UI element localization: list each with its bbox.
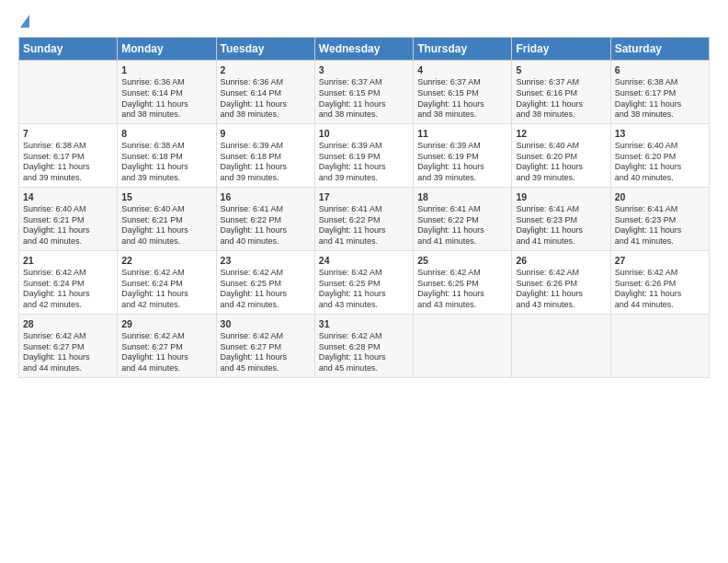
cell-info: Sunrise: 6:38 AM Sunset: 6:18 PM Dayligh… [121,141,211,184]
cell-info: Sunrise: 6:42 AM Sunset: 6:24 PM Dayligh… [23,268,113,311]
day-number: 18 [417,190,507,203]
day-number: 1 [121,63,211,76]
header-cell-monday: Monday [118,38,216,61]
cell-info: Sunrise: 6:42 AM Sunset: 6:24 PM Dayligh… [121,268,211,311]
header [18,15,710,29]
logo [18,15,29,29]
week-row-1: 7Sunrise: 6:38 AM Sunset: 6:17 PM Daylig… [19,123,710,187]
day-number: 5 [516,63,606,76]
calendar-cell: 3Sunrise: 6:37 AM Sunset: 6:15 PM Daylig… [314,61,413,124]
header-cell-saturday: Saturday [610,38,709,61]
cell-info: Sunrise: 6:39 AM Sunset: 6:18 PM Dayligh… [221,141,311,184]
calendar-cell: 22Sunrise: 6:42 AM Sunset: 6:24 PM Dayli… [118,250,216,314]
cell-info: Sunrise: 6:42 AM Sunset: 6:25 PM Dayligh… [319,268,409,311]
cell-info: Sunrise: 6:42 AM Sunset: 6:27 PM Dayligh… [23,331,113,374]
calendar-cell: 4Sunrise: 6:37 AM Sunset: 6:15 PM Daylig… [414,61,512,124]
cell-info: Sunrise: 6:42 AM Sunset: 6:27 PM Dayligh… [221,331,311,374]
cell-info: Sunrise: 6:42 AM Sunset: 6:25 PM Dayligh… [221,268,311,311]
calendar-cell: 6Sunrise: 6:38 AM Sunset: 6:17 PM Daylig… [610,61,709,124]
day-number: 25 [417,254,507,267]
calendar-cell: 1Sunrise: 6:36 AM Sunset: 6:14 PM Daylig… [118,61,216,124]
week-row-2: 14Sunrise: 6:40 AM Sunset: 6:21 PM Dayli… [19,187,710,250]
calendar-cell: 23Sunrise: 6:42 AM Sunset: 6:25 PM Dayli… [216,250,314,314]
day-number: 15 [121,190,211,203]
day-number: 10 [319,127,409,140]
calendar-cell: 27Sunrise: 6:42 AM Sunset: 6:26 PM Dayli… [610,250,709,314]
day-number: 11 [417,127,507,140]
cell-info: Sunrise: 6:41 AM Sunset: 6:22 PM Dayligh… [417,204,507,247]
day-number: 22 [121,254,211,267]
header-cell-thursday: Thursday [414,38,512,61]
day-number: 31 [319,317,409,330]
calendar-cell: 7Sunrise: 6:38 AM Sunset: 6:17 PM Daylig… [19,123,118,187]
day-number: 23 [221,254,311,267]
day-number: 20 [615,190,705,203]
cell-info: Sunrise: 6:36 AM Sunset: 6:14 PM Dayligh… [121,77,211,121]
cell-info: Sunrise: 6:36 AM Sunset: 6:14 PM Dayligh… [221,77,311,121]
cell-info: Sunrise: 6:40 AM Sunset: 6:21 PM Dayligh… [121,204,211,247]
calendar-cell: 26Sunrise: 6:42 AM Sunset: 6:26 PM Dayli… [512,250,610,314]
header-cell-sunday: Sunday [19,38,118,61]
calendar-cell: 13Sunrise: 6:40 AM Sunset: 6:20 PM Dayli… [610,123,709,187]
day-number: 21 [23,254,113,267]
day-number: 16 [221,190,311,203]
day-number: 30 [221,317,311,330]
day-number: 28 [23,317,113,330]
cell-info: Sunrise: 6:37 AM Sunset: 6:15 PM Dayligh… [319,77,409,121]
calendar-cell: 2Sunrise: 6:36 AM Sunset: 6:14 PM Daylig… [216,61,314,124]
cell-info: Sunrise: 6:40 AM Sunset: 6:20 PM Dayligh… [615,141,705,184]
week-row-4: 28Sunrise: 6:42 AM Sunset: 6:27 PM Dayli… [19,314,710,377]
header-row: SundayMondayTuesdayWednesdayThursdayFrid… [19,38,710,61]
day-number: 7 [23,127,113,140]
day-number: 2 [221,63,311,76]
cell-info: Sunrise: 6:42 AM Sunset: 6:26 PM Dayligh… [615,268,705,311]
week-row-3: 21Sunrise: 6:42 AM Sunset: 6:24 PM Dayli… [19,250,710,314]
cell-info: Sunrise: 6:42 AM Sunset: 6:25 PM Dayligh… [417,268,507,311]
cell-info: Sunrise: 6:38 AM Sunset: 6:17 PM Dayligh… [23,141,113,184]
week-row-0: 1Sunrise: 6:36 AM Sunset: 6:14 PM Daylig… [19,61,710,124]
day-number: 19 [516,190,606,203]
logo-arrow-icon [20,15,29,28]
calendar-cell [610,314,709,377]
cell-info: Sunrise: 6:37 AM Sunset: 6:15 PM Dayligh… [417,77,507,121]
cell-info: Sunrise: 6:37 AM Sunset: 6:16 PM Dayligh… [516,77,606,121]
calendar-cell: 9Sunrise: 6:39 AM Sunset: 6:18 PM Daylig… [216,123,314,187]
calendar-cell: 30Sunrise: 6:42 AM Sunset: 6:27 PM Dayli… [216,314,314,377]
calendar-cell: 21Sunrise: 6:42 AM Sunset: 6:24 PM Dayli… [19,250,118,314]
calendar-cell: 31Sunrise: 6:42 AM Sunset: 6:28 PM Dayli… [314,314,413,377]
day-number: 9 [221,127,311,140]
day-number: 27 [615,254,705,267]
calendar-cell [512,314,610,377]
cell-info: Sunrise: 6:40 AM Sunset: 6:21 PM Dayligh… [23,204,113,247]
cell-info: Sunrise: 6:41 AM Sunset: 6:23 PM Dayligh… [516,204,606,247]
calendar-cell: 8Sunrise: 6:38 AM Sunset: 6:18 PM Daylig… [118,123,216,187]
cell-info: Sunrise: 6:42 AM Sunset: 6:27 PM Dayligh… [121,331,211,374]
logo-text [18,15,29,29]
calendar-cell: 29Sunrise: 6:42 AM Sunset: 6:27 PM Dayli… [118,314,216,377]
calendar-cell: 16Sunrise: 6:41 AM Sunset: 6:22 PM Dayli… [216,187,314,250]
cell-info: Sunrise: 6:42 AM Sunset: 6:26 PM Dayligh… [516,268,606,311]
cell-info: Sunrise: 6:41 AM Sunset: 6:23 PM Dayligh… [615,204,705,247]
calendar-cell: 15Sunrise: 6:40 AM Sunset: 6:21 PM Dayli… [118,187,216,250]
calendar-cell: 28Sunrise: 6:42 AM Sunset: 6:27 PM Dayli… [19,314,118,377]
cell-info: Sunrise: 6:40 AM Sunset: 6:20 PM Dayligh… [516,141,606,184]
day-number: 8 [121,127,211,140]
calendar-cell: 24Sunrise: 6:42 AM Sunset: 6:25 PM Dayli… [314,250,413,314]
day-number: 26 [516,254,606,267]
calendar-cell: 17Sunrise: 6:41 AM Sunset: 6:22 PM Dayli… [314,187,413,250]
page: SundayMondayTuesdayWednesdayThursdayFrid… [0,0,728,563]
calendar-cell: 20Sunrise: 6:41 AM Sunset: 6:23 PM Dayli… [610,187,709,250]
day-number: 17 [319,190,409,203]
day-number: 29 [121,317,211,330]
day-number: 4 [417,63,507,76]
calendar-cell: 25Sunrise: 6:42 AM Sunset: 6:25 PM Dayli… [414,250,512,314]
calendar-table: SundayMondayTuesdayWednesdayThursdayFrid… [18,37,710,378]
calendar-cell: 14Sunrise: 6:40 AM Sunset: 6:21 PM Dayli… [19,187,118,250]
calendar-cell: 12Sunrise: 6:40 AM Sunset: 6:20 PM Dayli… [512,123,610,187]
calendar-cell: 5Sunrise: 6:37 AM Sunset: 6:16 PM Daylig… [512,61,610,124]
calendar-cell: 18Sunrise: 6:41 AM Sunset: 6:22 PM Dayli… [414,187,512,250]
header-cell-wednesday: Wednesday [314,38,413,61]
day-number: 14 [23,190,113,203]
calendar-cell [414,314,512,377]
cell-info: Sunrise: 6:42 AM Sunset: 6:28 PM Dayligh… [319,331,409,374]
